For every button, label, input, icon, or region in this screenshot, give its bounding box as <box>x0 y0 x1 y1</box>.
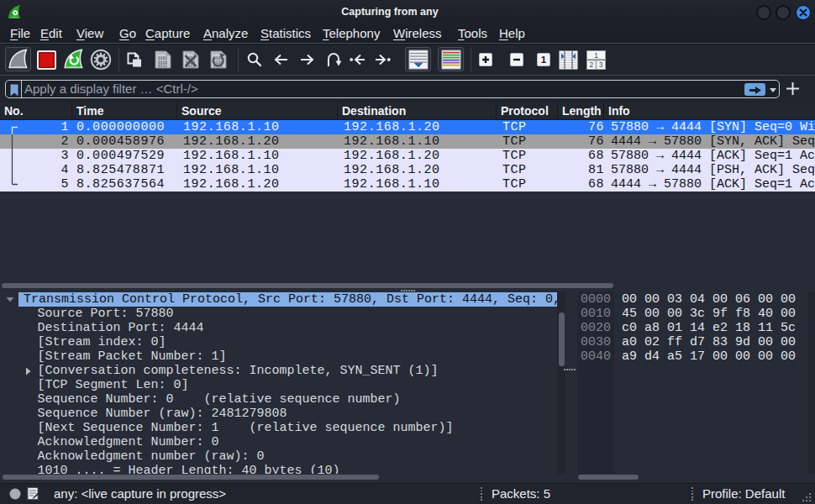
svg-text:2: 2 <box>589 60 593 69</box>
svg-text:3: 3 <box>599 60 603 69</box>
svg-text:1: 1 <box>541 55 547 65</box>
svg-text:1: 1 <box>594 51 598 60</box>
svg-text:0111: 0111 <box>158 64 167 68</box>
